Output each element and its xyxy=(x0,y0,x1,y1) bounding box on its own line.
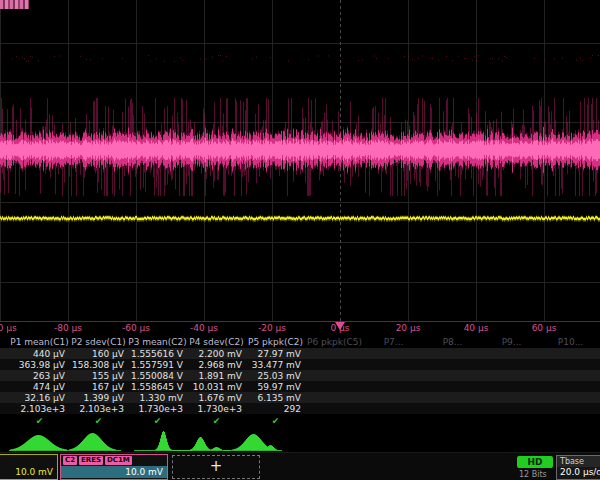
c1-vertical-scale: 10.0 mV xyxy=(0,466,57,478)
channel-c2-descriptor[interactable]: C2 ERES DC1M 10.0 mV xyxy=(60,454,168,480)
cell-num-p2: 2.103e+3 xyxy=(69,404,128,414)
measure-header-p2[interactable]: P2 sdev(C1) xyxy=(69,337,128,347)
time-tick: -80 µs xyxy=(54,323,82,333)
status-check-p5: ✔ xyxy=(246,414,305,428)
cell-value-p5: 27.97 mV xyxy=(246,349,305,359)
time-tick: 40 µs xyxy=(464,323,489,333)
table-row-max: 474 µV 167 µV 1.558645 V 10.031 mV 59.97… xyxy=(0,381,600,392)
channel-c1-descriptor[interactable]: C1 DC1M 10.0 mV xyxy=(0,454,58,480)
cell-max-p2: 167 µV xyxy=(69,382,128,392)
cell-mean-p2: 158.308 µV xyxy=(69,360,128,370)
waveform-grid xyxy=(0,0,600,322)
cell-num-p3: 1.730e+3 xyxy=(128,404,187,414)
hd-bits-label: 12 Bits xyxy=(519,470,547,479)
cell-sdev-p4: 1.676 mV xyxy=(187,393,246,403)
measure-header-p3[interactable]: P3 mean(C2) xyxy=(128,337,187,347)
table-row-mean: 363.98 µV 158.308 µV 1.557591 V 2.968 mV… xyxy=(0,359,600,370)
cell-value-p3: 1.555616 V xyxy=(128,349,187,359)
trigger-position-marker[interactable] xyxy=(335,322,345,330)
table-row-min: 263 µV 155 µV 1.550084 V 1.891 mV 25.03 … xyxy=(0,370,600,381)
cell-sdev-p1: 32.16 µV xyxy=(10,393,69,403)
time-axis: -100 µs -80 µs -60 µs -40 µs -20 µs 0 µs… xyxy=(0,322,600,335)
cell-value-p4: 2.200 mV xyxy=(187,349,246,359)
cell-max-p1: 474 µV xyxy=(10,382,69,392)
status-check-p1: ✔ xyxy=(10,414,69,428)
table-row-sdev: 32.16 µV 1.399 µV 1.330 mV 1.676 mV 6.13… xyxy=(0,392,600,403)
table-row-status: ✔ ✔ ✔ ✔ ✔ xyxy=(0,414,600,428)
measurement-histicons xyxy=(0,428,600,452)
cell-sdev-p2: 1.399 µV xyxy=(69,393,128,403)
c2-label: C2 xyxy=(63,456,77,465)
cell-min-p5: 25.03 mV xyxy=(246,371,305,381)
cell-num-p4: 1.730e+3 xyxy=(187,404,246,414)
cell-max-p3: 1.558645 V xyxy=(128,382,187,392)
bottom-bar: C1 DC1M 10.0 mV C2 ERES DC1M 10.0 mV + H… xyxy=(0,452,600,480)
c2-filter-badge: ERES xyxy=(79,456,103,465)
cell-max-p5: 59.97 mV xyxy=(246,382,305,392)
time-tick: 20 µs xyxy=(396,323,421,333)
measure-header-p4[interactable]: P4 sdev(C2) xyxy=(187,337,246,347)
time-tick: 60 µs xyxy=(532,323,557,333)
cell-mean-p5: 33.477 mV xyxy=(246,360,305,370)
measure-header-p9[interactable]: P9... xyxy=(482,337,541,347)
cell-mean-p4: 2.968 mV xyxy=(187,360,246,370)
timebase-label: Tbase xyxy=(557,456,600,467)
cell-value-p2: 160 µV xyxy=(69,349,128,359)
cell-mean-p3: 1.557591 V xyxy=(128,360,187,370)
c2-vertical-scale: 10.0 mV xyxy=(61,466,167,478)
measure-header-row: P1 mean(C1) P2 sdev(C1) P3 mean(C2) P4 s… xyxy=(0,336,600,348)
cropped-corner-label xyxy=(0,0,29,9)
measure-header-p10[interactable]: P10... xyxy=(541,337,600,347)
cell-min-p1: 263 µV xyxy=(10,371,69,381)
measure-header-p8[interactable]: P8... xyxy=(423,337,482,347)
measure-header-p5[interactable]: P5 pkpk(C2) xyxy=(246,337,305,347)
c2-coupling-badge: DC1M xyxy=(105,456,132,465)
time-tick: -60 µs xyxy=(122,323,150,333)
cell-min-p4: 1.891 mV xyxy=(187,371,246,381)
measure-header-p1[interactable]: P1 mean(C1) xyxy=(10,337,69,347)
cell-sdev-p3: 1.330 mV xyxy=(128,393,187,403)
table-row-value: 440 µV 160 µV 1.555616 V 2.200 mV 27.97 … xyxy=(0,348,600,359)
hd-mode-badge[interactable]: HD xyxy=(517,456,553,468)
cell-num-p5: 292 xyxy=(246,404,305,414)
cell-mean-p1: 363.98 µV xyxy=(10,360,69,370)
measure-table: P1 mean(C1) P2 sdev(C1) P3 mean(C2) P4 s… xyxy=(0,336,600,428)
timebase-descriptor[interactable]: Tbase 20.0 µs/div xyxy=(556,455,600,480)
timebase-value: 20.0 µs/div xyxy=(557,467,600,478)
time-tick: -100 µs xyxy=(0,323,17,333)
table-row-num: 2.103e+3 2.103e+3 1.730e+3 1.730e+3 292 xyxy=(0,403,600,414)
cell-max-p4: 10.031 mV xyxy=(187,382,246,392)
cell-num-p1: 2.103e+3 xyxy=(10,404,69,414)
time-tick: -20 µs xyxy=(258,323,286,333)
cell-min-p2: 155 µV xyxy=(69,371,128,381)
status-check-p4: ✔ xyxy=(187,414,246,428)
cell-sdev-p5: 6.135 mV xyxy=(246,393,305,403)
measure-header-p6[interactable]: P6 pkpk(C5) xyxy=(305,337,364,347)
cell-min-p3: 1.550084 V xyxy=(128,371,187,381)
oscilloscope-screen: -100 µs -80 µs -60 µs -40 µs -20 µs 0 µs… xyxy=(0,0,600,480)
measure-header-p7[interactable]: P7... xyxy=(364,337,423,347)
cell-value-p1: 440 µV xyxy=(10,349,69,359)
status-check-p3: ✔ xyxy=(128,414,187,428)
time-tick: -40 µs xyxy=(190,323,218,333)
add-trace-button[interactable]: + xyxy=(172,455,260,479)
status-check-p2: ✔ xyxy=(69,414,128,428)
